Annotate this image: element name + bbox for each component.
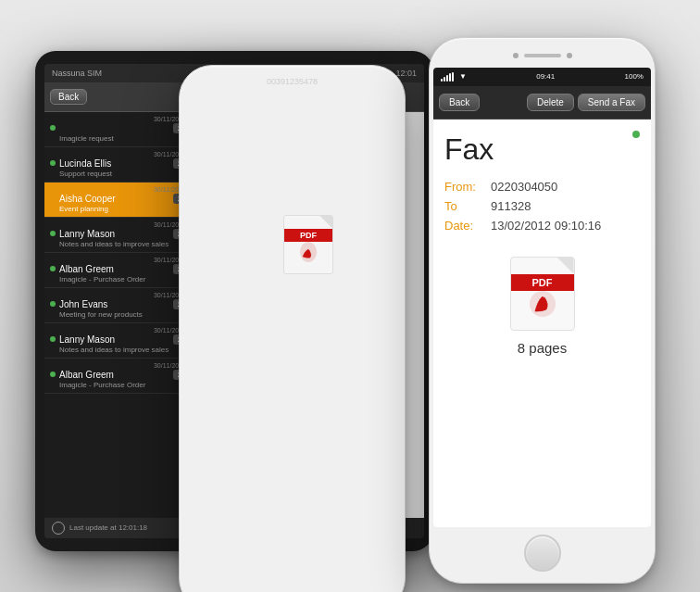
phone-pdf-wrapper: PDF 8 pages bbox=[444, 257, 640, 356]
sensor-dot bbox=[567, 53, 572, 58]
phone-status-bar: ▼ 09:41 100% bbox=[433, 68, 651, 86]
phone-delete-button[interactable]: Delete bbox=[527, 94, 574, 111]
phone-home-button[interactable] bbox=[524, 535, 561, 572]
phone-acrobat-icon bbox=[522, 276, 563, 321]
list-item-sub: Event planning bbox=[50, 205, 186, 213]
fax-from-row: From: 0220304050 bbox=[444, 180, 640, 194]
fax-status-dot bbox=[632, 131, 640, 138]
list-item-sub: Meeting for new products bbox=[50, 310, 186, 319]
tablet-back-button[interactable]: Back bbox=[50, 89, 87, 105]
list-item[interactable]: 30/11/2011 Lucinda Ellis 2 Support reque… bbox=[44, 147, 192, 183]
fax-date-value: 13/02/2012 09:10:16 bbox=[491, 219, 601, 233]
phone-signal: ▼ bbox=[441, 72, 467, 82]
list-item-name: Alban Greem bbox=[59, 264, 173, 274]
list-item-sub: Notes and ideas to improve sales bbox=[50, 346, 186, 354]
list-item-sub: Imagicle - Purchase Order bbox=[50, 275, 186, 283]
list-item-date: 30/11/2011 bbox=[50, 327, 186, 334]
list-item-name: Alban Greem bbox=[59, 370, 173, 380]
camera-icon bbox=[513, 53, 519, 58]
tablet-footer-text: Last update at 12:01:18 bbox=[69, 523, 147, 532]
tablet-sidebar: 30/11/2011 00391235478 2 Imagicle reques… bbox=[44, 112, 193, 518]
list-item-name: Lucinda Ellis bbox=[59, 158, 173, 169]
list-item[interactable]: 30/11/2011 Alban Greem 2 Imagicle - Purc… bbox=[44, 359, 192, 394]
list-item-sub: Imagicle request bbox=[50, 134, 186, 143]
list-item-dot bbox=[50, 372, 56, 377]
speaker-icon bbox=[524, 54, 561, 57]
phone-fax-title: Fax bbox=[444, 132, 640, 167]
phone-pdf-icon: PDF bbox=[510, 257, 575, 331]
tablet-screen: Nassuna SIM 12:01 Back Incoming 30/11/20… bbox=[44, 64, 424, 538]
list-item[interactable]: 30/11/2011 Lanny Mason 2 Notes and ideas… bbox=[44, 323, 192, 359]
phone-navbar: Back Delete Send a Fax bbox=[433, 86, 651, 120]
phone-pdf-body: PDF bbox=[510, 257, 575, 331]
list-item-name: John Evans bbox=[59, 299, 173, 309]
phone-top-area bbox=[513, 49, 572, 62]
fax-to-row: To 911328 bbox=[444, 199, 640, 213]
list-item-dot bbox=[50, 125, 56, 131]
fax-date-row: Date: 13/02/2012 09:10:16 bbox=[444, 219, 640, 233]
list-item-name: Aisha Cooper bbox=[59, 194, 173, 204]
phone-pages-label: 8 pages bbox=[518, 340, 567, 356]
phone-time: 09:41 bbox=[536, 72, 555, 81]
fax-from-value: 0220304050 bbox=[491, 180, 557, 194]
list-item-date: 30/11/2011 bbox=[50, 257, 186, 263]
list-item-dot bbox=[50, 231, 56, 236]
fax-date-label: Date: bbox=[444, 219, 491, 233]
phone-fax-content: Fax From: 0220304050 To 911328 Date: 13/… bbox=[433, 120, 651, 527]
list-item[interactable]: 30/11/2011 Alban Greem 2 Imagicle - Purc… bbox=[44, 253, 192, 288]
wifi-icon: ▼ bbox=[459, 72, 467, 81]
list-item-sub: Imagicle - Purchase Order bbox=[50, 381, 186, 389]
scene: Nassuna SIM 12:01 Back Incoming 30/11/20… bbox=[17, 23, 683, 570]
phone-screen: ▼ 09:41 100% Back Delete Send a Fax Fax … bbox=[433, 68, 651, 527]
list-item-dot bbox=[50, 336, 56, 342]
tablet-time: 12:01 bbox=[395, 69, 417, 78]
list-item-date: 30/11/2011 bbox=[50, 292, 186, 298]
tablet-device: Nassuna SIM 12:01 Back Incoming 30/11/20… bbox=[35, 51, 433, 551]
phone-device: ▼ 09:41 100% Back Delete Send a Fax Fax … bbox=[429, 37, 656, 584]
list-item-name: 00391235478 bbox=[179, 112, 193, 518]
list-item-dot bbox=[50, 160, 56, 166]
tablet-carrier: Nassuna SIM bbox=[52, 69, 102, 78]
list-item[interactable]: 30/11/2011 John Evans 2 Meeting for new … bbox=[44, 288, 192, 323]
list-item-sub: Notes and ideas to improve sales bbox=[50, 240, 186, 248]
phone-content-wrapper: Fax From: 0220304050 To 911328 Date: 13/… bbox=[433, 120, 651, 527]
fax-to-value: 911328 bbox=[491, 199, 531, 213]
list-item[interactable]: 30/11/2011 Lanny Mason 2 Notes and ideas… bbox=[44, 218, 192, 253]
phone-back-button[interactable]: Back bbox=[439, 94, 480, 111]
list-item-dot bbox=[50, 266, 56, 271]
list-item[interactable]: 30/11/2011 00391235478 2 Imagicle reques… bbox=[44, 112, 192, 147]
list-item-date: 30/11/2011 bbox=[50, 362, 186, 369]
list-item-name: Lanny Mason bbox=[59, 334, 173, 345]
tablet-content: 30/11/2011 00391235478 2 Imagicle reques… bbox=[44, 112, 424, 518]
list-item-date: 30/11/2011 bbox=[50, 221, 186, 228]
fax-from-label: From: bbox=[444, 180, 491, 194]
list-item-date: 30/11/2011 bbox=[50, 116, 186, 122]
pdf-acrobat-icon bbox=[284, 238, 332, 266]
list-item-date: 30/11/2011 bbox=[50, 151, 186, 157]
phone-battery: 100% bbox=[625, 72, 644, 81]
list-item-dot bbox=[50, 301, 56, 307]
clock-icon bbox=[52, 522, 65, 535]
signal-bars-icon bbox=[441, 72, 454, 82]
pdf-icon: PDF bbox=[283, 215, 333, 274]
list-item-sub: Support request bbox=[50, 170, 186, 178]
list-item[interactable]: 30/11/2011 Aisha Cooper 2 Event planning bbox=[44, 183, 192, 218]
list-item-date: 30/11/2011 bbox=[50, 186, 186, 193]
fax-to-label: To bbox=[444, 199, 491, 213]
phone-send-fax-button[interactable]: Send a Fax bbox=[578, 94, 645, 111]
list-item-name: Lanny Mason bbox=[59, 229, 173, 239]
